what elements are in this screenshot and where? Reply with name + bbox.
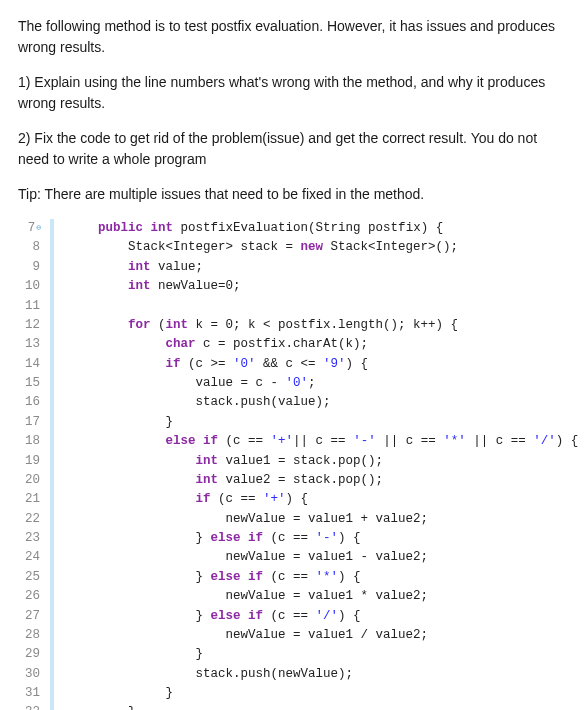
code-line: stack.push(value);: [68, 395, 331, 409]
line-number: 16: [25, 395, 40, 409]
code-line: int value1 = stack.pop();: [68, 454, 383, 468]
line-number: 24: [25, 550, 40, 564]
code-line: else if (c == '+'|| c == '-' || c == '*'…: [68, 434, 578, 448]
line-number: 7: [28, 221, 36, 235]
line-number: 14: [25, 357, 40, 371]
line-number: 11: [25, 299, 40, 313]
line-number: 22: [25, 512, 40, 526]
line-number: 23: [25, 531, 40, 545]
line-number: 17: [25, 415, 40, 429]
line-number: 12: [25, 318, 40, 332]
question-2: 2) Fix the code to get rid of the proble…: [18, 128, 570, 170]
code-line: char c = postfix.charAt(k);: [68, 337, 368, 351]
line-number-gutter: 7⊖ 8 9 10 11 12 13 14 15 16 17 18 19 20 …: [18, 219, 54, 710]
line-number: 8: [32, 240, 40, 254]
code-line: newValue = value1 + value2;: [68, 512, 428, 526]
code-line: [68, 299, 76, 313]
code-line: newValue = value1 / value2;: [68, 628, 428, 642]
line-number: 26: [25, 589, 40, 603]
code-line: }: [68, 415, 173, 429]
code-line: } else if (c == '/') {: [68, 609, 361, 623]
question-1: 1) Explain using the line numbers what's…: [18, 72, 570, 114]
code-line: newValue = value1 - value2;: [68, 550, 428, 564]
code-line: int newValue=0;: [68, 279, 241, 293]
line-number: 29: [25, 647, 40, 661]
line-number: 32: [25, 705, 40, 710]
line-number: 15: [25, 376, 40, 390]
code-line: public int postfixEvaluation(String post…: [68, 221, 443, 235]
code-line: }: [68, 647, 203, 661]
code-line: int value;: [68, 260, 203, 274]
line-number: 28: [25, 628, 40, 642]
line-number: 27: [25, 609, 40, 623]
line-number: 9: [32, 260, 40, 274]
line-number: 21: [25, 492, 40, 506]
line-number: 25: [25, 570, 40, 584]
tip-paragraph: Tip: There are multiple issues that need…: [18, 184, 570, 205]
question-text: The following method is to test postfix …: [18, 16, 570, 205]
fold-icon: ⊖: [36, 223, 41, 232]
code-line: newValue = value1 * value2;: [68, 589, 428, 603]
code-line: stack.push(newValue);: [68, 667, 353, 681]
code-line: }: [68, 686, 173, 700]
code-line: } else if (c == '-') {: [68, 531, 361, 545]
intro-paragraph: The following method is to test postfix …: [18, 16, 570, 58]
line-number: 13: [25, 337, 40, 351]
code-line: for (int k = 0; k < postfix.length(); k+…: [68, 318, 458, 332]
line-number: 31: [25, 686, 40, 700]
code-line: } else if (c == '*') {: [68, 570, 361, 584]
code-line: if (c >= '0' && c <= '9') {: [68, 357, 368, 371]
code-line: int value2 = stack.pop();: [68, 473, 383, 487]
code-content: public int postfixEvaluation(String post…: [54, 219, 578, 710]
line-number: 20: [25, 473, 40, 487]
line-number: 18: [25, 434, 40, 448]
code-block: 7⊖ 8 9 10 11 12 13 14 15 16 17 18 19 20 …: [18, 219, 570, 710]
line-number: 19: [25, 454, 40, 468]
code-line: value = c - '0';: [68, 376, 316, 390]
code-line: }: [68, 705, 136, 710]
line-number: 30: [25, 667, 40, 681]
line-number: 10: [25, 279, 40, 293]
code-line: Stack<Integer> stack = new Stack<Integer…: [68, 240, 458, 254]
code-line: if (c == '+') {: [68, 492, 308, 506]
